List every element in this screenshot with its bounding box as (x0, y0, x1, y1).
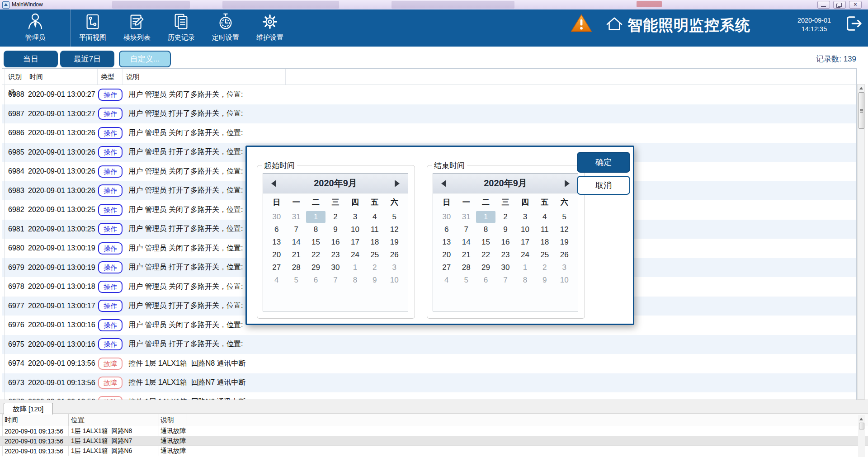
calendar-day[interactable]: 9 (495, 224, 515, 236)
scrollbar-thumb[interactable] (859, 92, 864, 129)
prev-month-icon[interactable] (271, 180, 276, 187)
calendar-day[interactable]: 3 (555, 262, 574, 273)
fault-tab[interactable]: 故障 [120] (4, 403, 53, 415)
calendar-day[interactable]: 22 (476, 249, 495, 261)
column-header-desc[interactable]: 说明 (123, 69, 286, 85)
calendar-day[interactable]: 24 (515, 249, 535, 261)
nav-item-timer-settings[interactable]: 定时设置 (203, 9, 248, 47)
calendar-day[interactable]: 5 (456, 274, 476, 286)
calendar-day[interactable]: 10 (515, 224, 535, 236)
calendar-day[interactable]: 30 (267, 211, 286, 223)
calendar-day[interactable]: 9 (326, 224, 345, 236)
table-row[interactable]: 6987 2020-09-01 13:00:27 操作 用户 管理员 打开了多路… (2, 104, 856, 124)
column-header-type[interactable]: 类型 (98, 69, 123, 85)
column-header-id[interactable]: 识别码 (5, 69, 26, 85)
calendar-day[interactable]: 1 (306, 211, 326, 223)
calendar-day[interactable]: 8 (306, 224, 326, 236)
calendar-day[interactable]: 24 (345, 249, 365, 261)
calendar-day[interactable]: 4 (365, 211, 384, 223)
calendar-day[interactable]: 6 (306, 274, 326, 286)
scroll-up-arrow-icon[interactable] (859, 418, 863, 420)
scrollbar-thumb[interactable] (859, 423, 864, 429)
calendar-day[interactable]: 6 (476, 274, 495, 286)
calendar-day[interactable]: 19 (385, 236, 404, 248)
calendar-day[interactable]: 12 (385, 224, 404, 236)
warning-triangle-icon[interactable] (571, 13, 592, 33)
calendar-day[interactable]: 16 (495, 236, 515, 248)
calendar-day[interactable]: 28 (286, 262, 306, 273)
calendar-day[interactable]: 21 (286, 249, 306, 261)
fault-column-location[interactable]: 位置 (69, 414, 159, 426)
calendar-day[interactable]: 18 (535, 236, 554, 248)
calendar-day[interactable]: 29 (306, 262, 326, 273)
table-row[interactable]: 6973 2020-09-01 09:13:56 故障 控件 1层 1ALX1箱… (2, 373, 856, 393)
calendar-day[interactable]: 18 (365, 236, 384, 248)
calendar-day[interactable]: 20 (267, 249, 286, 261)
calendar-day[interactable]: 4 (535, 211, 554, 223)
fault-row[interactable]: 2020-09-01 09:13:56 1层 1ALX1箱 回路N8 通讯故障 (0, 426, 868, 436)
logout-button[interactable] (844, 14, 863, 33)
close-button[interactable]: × (849, 1, 862, 9)
cancel-button[interactable]: 取消 (577, 176, 630, 195)
calendar-day[interactable]: 23 (326, 249, 345, 261)
calendar-day[interactable]: 3 (515, 211, 535, 223)
calendar-day[interactable]: 17 (345, 236, 365, 248)
calendar-day[interactable]: 13 (437, 236, 456, 248)
calendar-day[interactable]: 8 (345, 274, 365, 286)
fault-scrollbar[interactable] (858, 415, 865, 457)
nav-item-admin[interactable]: 管理员 (0, 9, 71, 47)
calendar-day[interactable]: 25 (365, 249, 384, 261)
calendar-day[interactable]: 10 (345, 224, 365, 236)
nav-item-history[interactable]: 历史记录 (159, 9, 203, 47)
fault-row[interactable]: 2020-09-01 09:13:56 1层 1ALX1箱 回路N6 通讯故障 (0, 446, 868, 456)
next-month-icon[interactable] (565, 180, 570, 187)
calendar-day[interactable]: 26 (385, 249, 404, 261)
calendar-day[interactable]: 2 (495, 211, 515, 223)
calendar-day[interactable]: 5 (385, 211, 404, 223)
calendar-day[interactable]: 27 (437, 262, 456, 273)
fault-column-desc[interactable]: 说明 (159, 414, 187, 426)
nav-item-floorplan[interactable]: 平面视图 (71, 9, 115, 47)
calendar-day[interactable]: 5 (555, 211, 574, 223)
calendar-day[interactable]: 17 (515, 236, 535, 248)
calendar-day[interactable]: 16 (326, 236, 345, 248)
calendar-day[interactable]: 8 (515, 274, 535, 286)
calendar-day[interactable]: 1 (476, 211, 495, 223)
calendar-day[interactable]: 15 (306, 236, 326, 248)
table-row[interactable]: 6975 2020-09-01 13:00:16 操作 用户 管理员 打开了多路… (2, 335, 856, 354)
calendar-day[interactable]: 26 (555, 249, 574, 261)
table-row[interactable]: 6972 2020-09-01 09:13:56 故障 控件 1层 1ALX1箱… (2, 392, 856, 400)
ok-button[interactable]: 确定 (577, 152, 630, 173)
calendar-day[interactable]: 3 (385, 262, 404, 273)
calendar-day[interactable]: 1 (515, 262, 535, 273)
minimize-button[interactable] (817, 1, 830, 9)
calendar-day[interactable]: 10 (385, 274, 404, 286)
calendar-day[interactable]: 14 (456, 236, 476, 248)
calendar-day[interactable]: 30 (437, 211, 456, 223)
table-row[interactable]: 6988 2020-09-01 13:00:27 操作 用户 管理员 关闭了多路… (2, 85, 856, 104)
calendar-day[interactable]: 15 (476, 236, 495, 248)
calendar-day[interactable]: 2 (535, 262, 554, 273)
calendar-day[interactable]: 7 (326, 274, 345, 286)
fault-column-time[interactable]: 时间 (3, 414, 69, 426)
calendar-day[interactable]: 31 (286, 211, 306, 223)
calendar-day[interactable]: 7 (495, 274, 515, 286)
calendar-day[interactable]: 13 (267, 236, 286, 248)
calendar-day[interactable]: 7 (456, 224, 476, 236)
calendar-day[interactable]: 30 (326, 262, 345, 273)
calendar-day[interactable]: 9 (535, 274, 554, 286)
prev-month-icon[interactable] (441, 180, 446, 187)
calendar-day[interactable]: 10 (555, 274, 574, 286)
nav-item-module-list[interactable]: 模块列表 (115, 9, 159, 47)
calendar-day[interactable]: 9 (365, 274, 384, 286)
calendar-day[interactable]: 14 (286, 236, 306, 248)
calendar-day[interactable]: 29 (476, 262, 495, 273)
calendar-day[interactable]: 1 (345, 262, 365, 273)
column-header-time[interactable]: 时间 (26, 69, 98, 85)
calendar-day[interactable]: 31 (456, 211, 476, 223)
calendar-day[interactable]: 20 (437, 249, 456, 261)
calendar-day[interactable]: 11 (365, 224, 384, 236)
next-month-icon[interactable] (395, 180, 400, 187)
table-row[interactable]: 6986 2020-09-01 13:00:26 操作 用户 管理员 关闭了多路… (2, 123, 856, 143)
calendar-day[interactable]: 28 (456, 262, 476, 273)
